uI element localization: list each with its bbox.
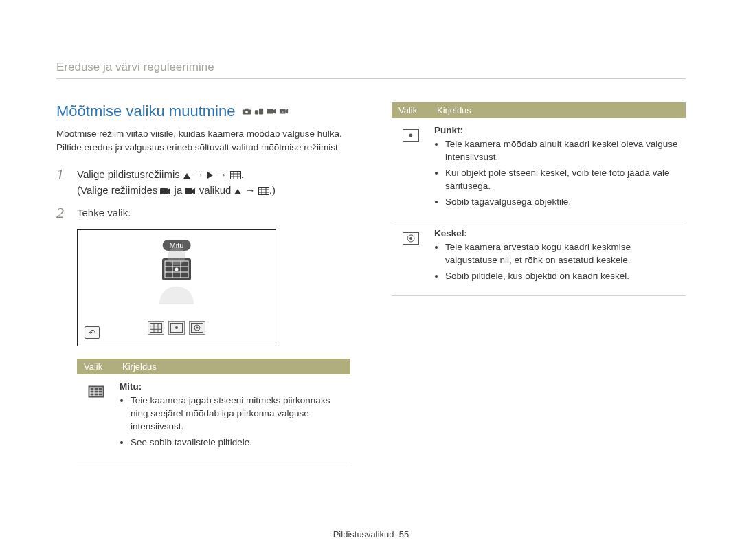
svg-marker-18 <box>168 188 170 194</box>
options-table-right: Valik Kirjeldus Punkt: Teie kaamera mõõd… <box>392 102 686 296</box>
mode-icons-row: S <box>242 107 289 115</box>
svg-marker-21 <box>234 189 241 194</box>
step-1: 1 Valige pildistusrežiimis → → . (Valige… <box>56 166 350 199</box>
option-name-mitu: Mitu: <box>120 381 346 392</box>
step-1-body: Valige pildistusrežiimis → → . (Valige r… <box>77 166 276 199</box>
svg-rect-5 <box>267 109 273 114</box>
footer-page-number: 55 <box>399 529 409 539</box>
option-keskel-bullet-2: Sobib piltidele, kus objektid on kaadri … <box>445 270 682 283</box>
svg-point-41 <box>175 326 178 329</box>
svg-point-52 <box>409 134 413 137</box>
svg-marker-10 <box>183 173 190 179</box>
svg-point-34 <box>168 247 186 265</box>
smart-video-icon: S <box>279 107 289 115</box>
section-title-text: Mõõtmise valiku muutmine <box>56 102 235 120</box>
intro-text: Mõõtmise režiim viitab viisile, kuidas k… <box>56 127 350 155</box>
step-number-1: 1 <box>56 166 69 199</box>
svg-rect-3 <box>255 110 258 114</box>
svg-marker-11 <box>207 172 213 179</box>
option-icon-mitu <box>77 374 115 462</box>
option-punkt-bullet-1: Teie kaamera mõõdab ainult kaadri keskel… <box>445 138 682 164</box>
option-punkt-bullet-3: Sobib tagavalgusega objektile. <box>445 196 682 209</box>
col-desc-header-r: Kirjeldus <box>430 102 686 118</box>
option-row-keskel: Keskel: Teie kaamera arvestab kogu kaadr… <box>392 221 686 296</box>
arrow-right-icon <box>207 171 214 179</box>
page-footer: Pildistusvalikud 55 <box>0 529 742 539</box>
center-meter-small-icon <box>189 321 205 335</box>
video-icon <box>267 107 276 115</box>
person-silhouette-icon <box>149 243 204 304</box>
option-name-punkt: Punkt: <box>434 125 682 135</box>
step-2-body: Tehke valik. <box>77 205 131 221</box>
option-row-punkt: Punkt: Teie kaamera mõõdab ainult kaadri… <box>392 118 686 221</box>
dual-icon <box>254 107 264 115</box>
footer-section: Pildistusvalikud <box>333 529 394 539</box>
option-mitu-bullet-1: Teie kaamera jagab stseeni mitmeks piirk… <box>131 394 346 434</box>
option-keskel-bullet-1: Teie kaamera arvestab kogu kaadri keskmi… <box>445 241 682 267</box>
step1-text-a: Valige pildistusrežiimis <box>77 168 183 180</box>
step-number-2: 2 <box>56 205 69 221</box>
page-header: Ereduse ja värvi reguleerimine <box>56 60 686 79</box>
metering-icon <box>230 171 241 179</box>
step1-text-c: ja <box>175 184 186 196</box>
table-header-row-right: Valik Kirjeldus <box>392 102 686 118</box>
arrow-up-icon <box>183 172 191 179</box>
option-row-mitu: Mitu: Teie kaamera jagab stseeni mitmeks… <box>77 374 350 462</box>
svg-rect-22 <box>258 187 269 194</box>
svg-rect-17 <box>160 188 168 194</box>
metering-icon-2 <box>258 187 269 195</box>
col-option-header-r: Valik <box>392 102 430 118</box>
option-desc-punkt: Punkt: Teie kaamera mõõdab ainult kaadri… <box>430 118 686 221</box>
camera-screen-preview: Mitu <box>77 229 276 346</box>
table-header-row: Valik Kirjeldus <box>77 359 350 374</box>
smart-mode-icon <box>185 188 196 195</box>
svg-point-2 <box>246 111 249 113</box>
spot-meter-small-icon <box>168 321 185 335</box>
svg-rect-19 <box>185 188 192 194</box>
camera-p-icon <box>242 107 251 115</box>
svg-point-44 <box>196 327 199 329</box>
option-mitu-bullet-2: See sobib tavalistele piltidele. <box>131 436 346 449</box>
multi-meter-small-icon <box>148 321 164 335</box>
section-title: Mõõtmise valiku muutmine S <box>56 102 350 120</box>
col-option-header: Valik <box>77 359 115 374</box>
option-name-keskel: Keskel: <box>434 228 682 238</box>
svg-rect-35 <box>150 324 162 333</box>
center-meter-cell-icon <box>403 232 419 245</box>
option-punkt-bullet-2: Kui objekt pole stseeni keskel, võib tei… <box>445 167 682 193</box>
option-desc-mitu: Mitu: Teie kaamera jagab stseeni mitmeks… <box>115 374 350 462</box>
left-column: Mõõtmise valiku muutmine S Mõõtmise reži… <box>56 102 350 462</box>
multi-meter-cell-icon <box>88 385 104 398</box>
option-desc-keskel: Keskel: Teie kaamera arvestab kogu kaadr… <box>430 221 686 296</box>
svg-point-55 <box>409 237 412 240</box>
svg-marker-8 <box>286 109 289 114</box>
col-desc-header: Kirjeldus <box>115 359 350 374</box>
arrow-up-icon-2 <box>234 188 242 195</box>
svg-rect-12 <box>230 171 240 179</box>
option-icon-punkt <box>392 118 430 221</box>
step-2: 2 Tehke valik. <box>56 205 350 221</box>
step1-text-d: valikud <box>199 184 234 196</box>
svg-marker-6 <box>273 109 276 114</box>
spot-meter-cell-icon <box>403 129 419 142</box>
video-mode-icon <box>160 188 171 195</box>
step1-text-b: (Valige režiimides <box>77 184 160 196</box>
back-button[interactable]: ↶ <box>85 326 100 339</box>
metering-options-row <box>148 321 205 335</box>
svg-rect-1 <box>245 109 249 111</box>
svg-rect-4 <box>259 109 263 115</box>
option-icon-keskel <box>392 221 430 296</box>
svg-text:S: S <box>282 111 284 114</box>
right-column: Valik Kirjeldus Punkt: Teie kaamera mõõd… <box>392 102 686 462</box>
svg-marker-20 <box>192 188 195 194</box>
options-table-left: Valik Kirjeldus Mitu: Teie kaamera jagab… <box>77 359 350 462</box>
